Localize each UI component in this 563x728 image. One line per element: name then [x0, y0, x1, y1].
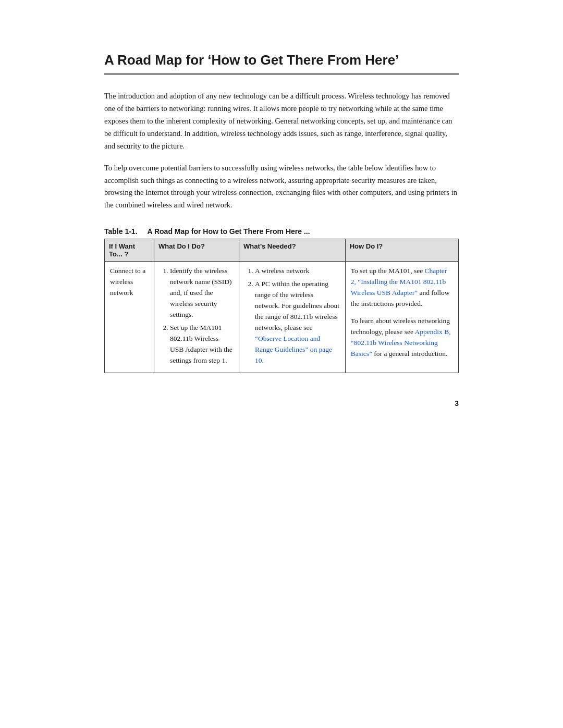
cell-what: Identify the wireless network name (SSID…	[154, 262, 239, 373]
what-list: Identify the wireless network name (SSID…	[168, 266, 234, 366]
chapter2-link[interactable]: Chapter 2, “Installing the MA101 802.11b…	[351, 267, 447, 297]
cell-how: To set up the MA101, see Chapter 2, “Ins…	[345, 262, 458, 373]
chapter-title: A Road Map for ‘How to Get There From He…	[104, 52, 459, 75]
how-paragraph-2: To learn about wireless networking techn…	[351, 316, 453, 360]
cell-want: Connect to a wireless network	[105, 262, 154, 373]
observe-link[interactable]: “Observe Location and Range Guidelines” …	[255, 335, 332, 364]
want-text: Connect to a wireless network	[110, 267, 145, 297]
intro-paragraph-1: The introduction and adoption of any new…	[104, 90, 459, 153]
col-header-want: If I Want To... ?	[105, 239, 154, 262]
what-item-1: Identify the wireless network name (SSID…	[170, 266, 234, 320]
appendixb-link[interactable]: Appendix B, “802.11b Wireless Networking…	[351, 328, 451, 357]
cell-needed: A wireless network A PC within the opera…	[239, 262, 346, 373]
needed-item-1-text: A wireless network	[255, 267, 309, 275]
page-number: 3	[104, 399, 459, 408]
intro-paragraph-2: To help overcome potential barriers to s…	[104, 162, 459, 212]
needed-item-2: A PC within the operating range of the w…	[255, 279, 340, 366]
col-header-what: What Do I Do?	[154, 239, 239, 262]
what-item-2-text: Set up the MA101 802.11b Wireless USB Ad…	[170, 324, 232, 364]
how-paragraph-1: To set up the MA101, see Chapter 2, “Ins…	[351, 266, 453, 310]
col-header-how: How Do I?	[345, 239, 458, 262]
what-item-1-text: Identify the wireless network name (SSID…	[170, 267, 231, 318]
col-header-needed: What’s Needed?	[239, 239, 346, 262]
table-row: Connect to a wireless network Identify t…	[105, 262, 459, 373]
road-map-table: If I Want To... ? What Do I Do? What’s N…	[104, 239, 459, 373]
needed-list: A wireless network A PC within the opera…	[253, 266, 340, 366]
needed-item-1: A wireless network	[255, 266, 340, 277]
table-caption: Table 1-1. A Road Map for How to Get The…	[104, 227, 459, 236]
what-item-2: Set up the MA101 802.11b Wireless USB Ad…	[170, 323, 234, 366]
page: A Road Map for ‘How to Get There From He…	[104, 0, 459, 728]
